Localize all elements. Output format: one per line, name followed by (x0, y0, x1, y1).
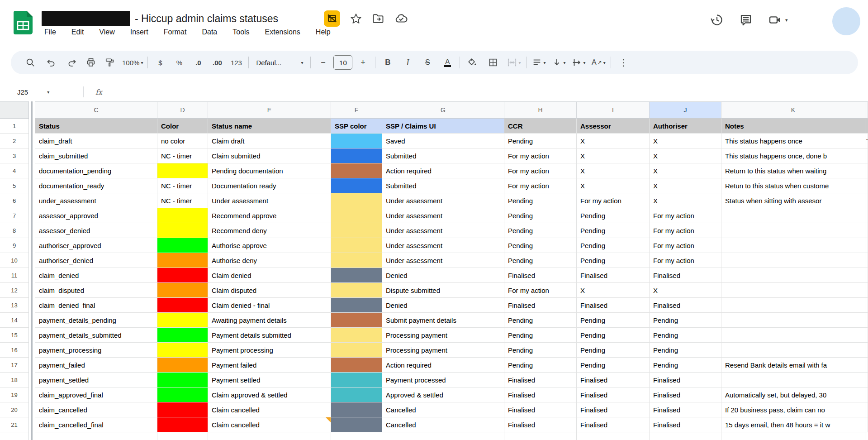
cell-D11[interactable] (157, 268, 208, 283)
cell-C6[interactable]: under_assessment (35, 193, 157, 208)
search-icon[interactable] (23, 54, 38, 71)
cell-F13[interactable] (331, 298, 382, 313)
cell-C4[interactable]: documentation_pending (35, 163, 157, 178)
cell-J12[interactable]: X (650, 283, 721, 298)
cell-K18[interactable] (721, 373, 865, 387)
frozen-pane-divider[interactable] (31, 101, 33, 440)
name-box[interactable]: J25 ▾ (0, 88, 75, 96)
cell-J1[interactable]: Authoriser (650, 119, 721, 134)
cell-C13[interactable]: claim_denied_final (35, 298, 157, 313)
document-title[interactable]: - Hiccup admin claims statuses (135, 10, 278, 27)
row-header-14[interactable]: 14 (0, 313, 29, 328)
cell-E14[interactable]: Awaiting payment details (208, 313, 331, 328)
cell-G6[interactable]: Under assessment (382, 193, 504, 208)
cell-H1[interactable]: CCR (504, 119, 577, 134)
cell-F14[interactable] (331, 313, 382, 328)
cell-G4[interactable]: Action required (382, 163, 504, 178)
cell-G2[interactable]: Saved (382, 134, 504, 148)
cell-D20[interactable] (157, 402, 208, 417)
cell-H7[interactable]: Pending (504, 208, 577, 223)
cell-D15[interactable] (157, 328, 208, 343)
cell-G17[interactable]: Action required (382, 358, 504, 373)
cell-H19[interactable]: Finalised (504, 387, 577, 402)
cell-H20[interactable]: Finalised (504, 402, 577, 417)
zoom-select[interactable]: 100% ▾ (122, 54, 143, 71)
row-header-9[interactable]: 9 (0, 238, 29, 253)
select-all-corner[interactable] (0, 101, 29, 119)
cell-D18[interactable] (157, 373, 208, 387)
more-formats-button[interactable]: 123 (228, 54, 244, 71)
cell-I19[interactable]: Finalised (577, 387, 650, 402)
cell-C17[interactable]: payment_failed (35, 358, 157, 373)
cell-F17[interactable] (331, 358, 382, 373)
cell-K10[interactable] (721, 253, 865, 268)
cell-G19[interactable]: Approved & settled (382, 387, 504, 402)
row-header-15[interactable]: 15 (0, 328, 29, 343)
cell-I21[interactable]: Finalised (577, 417, 650, 432)
cell-J14[interactable]: Pending (650, 313, 721, 328)
cell-G3[interactable]: Submitted (382, 148, 504, 163)
cell-L9[interactable] (865, 238, 868, 253)
cell-I15[interactable]: Pending (577, 328, 650, 343)
account-avatar[interactable] (832, 7, 860, 35)
cell-L12[interactable] (865, 283, 868, 298)
cell-F22[interactable] (331, 432, 382, 440)
cell-K20[interactable]: If 20 business pass, claim can no (721, 402, 865, 417)
cell-I10[interactable]: Pending (577, 253, 650, 268)
cell-I8[interactable]: Pending (577, 223, 650, 238)
cell-E21[interactable]: Claim cancelled (208, 417, 331, 432)
cell-L14[interactable] (865, 313, 868, 328)
cell-J5[interactable]: X (650, 178, 721, 193)
cell-I17[interactable]: Pending (577, 358, 650, 373)
cell-E2[interactable]: Claim draft (208, 134, 331, 148)
cell-L13[interactable] (865, 298, 868, 313)
cell-F5[interactable] (331, 178, 382, 193)
decrease-font-size-button[interactable]: − (315, 54, 331, 71)
cell-G12[interactable]: Dispute submitted (382, 283, 504, 298)
cell-F6[interactable] (331, 193, 382, 208)
cell-H4[interactable]: For my action (504, 163, 577, 178)
cell-I12[interactable]: X (577, 283, 650, 298)
cell-L2[interactable]: T (865, 134, 868, 148)
cell-D7[interactable] (157, 208, 208, 223)
cell-C9[interactable]: authoriser_approved (35, 238, 157, 253)
cell-G13[interactable]: Denied (382, 298, 504, 313)
cell-C10[interactable]: authoriser_denied (35, 253, 157, 268)
cell-D2[interactable]: no color (157, 134, 208, 148)
cell-L3[interactable] (865, 148, 868, 163)
row-header-21[interactable]: 21 (0, 417, 29, 432)
cell-L20[interactable] (865, 402, 868, 417)
menu-data[interactable]: Data (201, 27, 218, 37)
row-header-13[interactable]: 13 (0, 298, 29, 313)
cell-H8[interactable]: Pending (504, 223, 577, 238)
cell-H16[interactable]: Pending (504, 343, 577, 358)
cell-I20[interactable]: Finalised (577, 402, 650, 417)
row-header-7[interactable]: 7 (0, 208, 29, 223)
cell-G20[interactable]: Cancelled (382, 402, 504, 417)
row-header-11[interactable]: 11 (0, 268, 29, 283)
cell-D6[interactable]: NC - timer (157, 193, 208, 208)
cell-C21[interactable]: claim_cancelled_final (35, 417, 157, 432)
cell-H15[interactable]: Pending (504, 328, 577, 343)
fill-color-icon[interactable] (465, 54, 480, 71)
cell-I9[interactable]: Pending (577, 238, 650, 253)
cell-F10[interactable] (331, 253, 382, 268)
cell-G9[interactable]: Under assessment (382, 238, 504, 253)
cell-H22[interactable] (504, 432, 577, 440)
cell-C7[interactable]: assessor_approved (35, 208, 157, 223)
text-wrap-icon[interactable]: ▾ (571, 54, 586, 71)
cell-E4[interactable]: Pending documentation (208, 163, 331, 178)
cell-E9[interactable]: Authorise approve (208, 238, 331, 253)
increase-font-size-button[interactable]: + (355, 54, 370, 71)
bold-button[interactable]: B (380, 54, 395, 71)
cell-I14[interactable]: Pending (577, 313, 650, 328)
row-header-5[interactable]: 5 (0, 178, 29, 193)
cell-E11[interactable]: Claim denied (208, 268, 331, 283)
move-to-folder-icon[interactable] (372, 12, 384, 25)
horizontal-align-icon[interactable]: ▾ (531, 54, 546, 71)
cell-F21[interactable] (331, 417, 382, 432)
cell-J4[interactable]: X (650, 163, 721, 178)
cell-G14[interactable]: Submit payment details (382, 313, 504, 328)
increase-decimal-button[interactable]: .00 (209, 54, 225, 71)
cell-I22[interactable] (577, 432, 650, 440)
